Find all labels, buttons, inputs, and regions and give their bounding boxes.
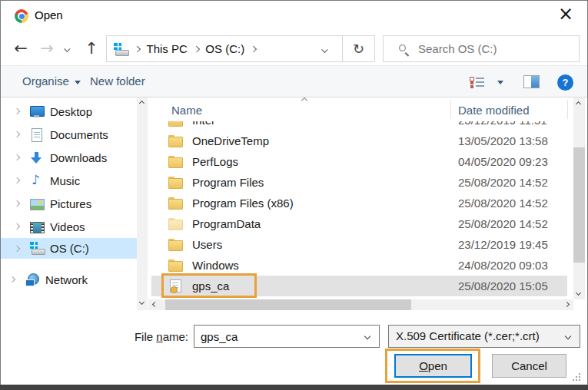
file-type-value: X.509 Certificate (*.cer;*.crt)	[396, 329, 540, 342]
sidebar-item-downloads[interactable]: Downloads	[1, 146, 137, 169]
sidebar-item-documents[interactable]: Documents	[1, 123, 137, 146]
up-button[interactable]: ↑	[81, 38, 102, 59]
tree-expand-chevron-icon[interactable]	[14, 131, 20, 137]
scroll-left-icon[interactable]	[152, 302, 158, 307]
file-type-dropdown-chevron-icon	[565, 333, 571, 339]
search-input[interactable]	[418, 37, 572, 61]
pictures-icon	[30, 197, 45, 210]
column-header-date-modified[interactable]: Date modified	[458, 104, 530, 117]
file-row-onedrivetemp[interactable]: OneDriveTemp 13/05/2020 13:58	[151, 131, 567, 151]
file-row-users[interactable]: Users 23/12/2019 19:45	[151, 234, 567, 255]
file-date-modified: 04/05/2020 09:23	[458, 155, 548, 168]
vertical-scrollbar[interactable]	[573, 98, 585, 299]
folder-icon	[168, 238, 183, 251]
folder-faded-icon	[168, 217, 183, 230]
organise-button[interactable]: Organise	[22, 66, 81, 97]
sidebar-item-label: Pictures	[50, 197, 91, 210]
annotation-box-gps-ca	[161, 273, 257, 298]
help-button[interactable]: ?	[557, 74, 573, 91]
scroll-down-icon[interactable]	[576, 290, 581, 296]
scroll-right-icon[interactable]	[564, 302, 570, 307]
scroll-up-icon[interactable]	[576, 101, 581, 107]
file-date-modified: 23/12/2019 19:45	[458, 238, 548, 251]
navigation-pane: Desktop Documents Downloads Music Pictur…	[1, 100, 137, 291]
file-row-programdata[interactable]: ProgramData 25/08/2020 14:52	[151, 213, 567, 234]
vertical-scrollbar-thumb[interactable]	[573, 147, 585, 263]
file-name: Users	[192, 238, 222, 251]
file-name-input[interactable]	[195, 326, 360, 346]
file-row-program-files-x86[interactable]: Program Files (x86) 25/08/2020 14:52	[151, 193, 567, 213]
open-file-dialog: Open × ← → ↑ This PC OS (C:) ↻ Organise …	[0, 0, 588, 390]
sidebar-item-desktop[interactable]: Desktop	[1, 100, 137, 123]
downloads-icon	[30, 151, 45, 164]
folder-icon	[168, 134, 183, 147]
close-button[interactable]: ×	[552, 2, 580, 27]
sidebar-scrollbar[interactable]	[137, 98, 148, 310]
sidebar-item-videos[interactable]: Videos	[1, 215, 137, 238]
scroll-down-icon[interactable]	[139, 299, 145, 305]
sidebar-item-label: Network	[45, 273, 88, 286]
drive-icon	[30, 242, 45, 255]
tree-expand-chevron-icon[interactable]	[9, 276, 15, 283]
network-icon	[25, 273, 40, 286]
navigation-bar: ← → ↑ This PC OS (C:) ↻	[1, 31, 587, 65]
view-options-chevron-icon[interactable]	[497, 81, 503, 84]
recent-locations-chevron-icon[interactable]	[65, 46, 71, 52]
file-row-perflogs[interactable]: PerfLogs 04/05/2020 09:23	[151, 151, 567, 172]
sidebar-item-network[interactable]: Network	[1, 268, 137, 291]
file-row-windows[interactable]: Windows 24/08/2020 09:03	[151, 255, 567, 276]
horizontal-scrollbar[interactable]	[148, 299, 573, 310]
file-date-modified: 25/08/2020 14:52	[458, 217, 548, 230]
tree-expand-chevron-icon[interactable]	[14, 177, 20, 183]
command-toolbar: Organise New folder ?	[1, 65, 587, 98]
breadcrumb-item-this-pc[interactable]: This PC	[147, 42, 188, 55]
file-name-combobox	[194, 325, 380, 348]
cancel-button[interactable]: Cancel	[492, 354, 566, 378]
refresh-button[interactable]: ↻	[342, 36, 374, 61]
folder-icon	[168, 259, 183, 272]
back-button[interactable]: ←	[10, 38, 32, 59]
details-view-icon[interactable]	[470, 76, 485, 88]
address-dropdown-chevron-icon[interactable]	[321, 47, 327, 53]
column-header-name[interactable]: Name	[171, 104, 202, 117]
resize-grip[interactable]	[573, 373, 582, 382]
horizontal-scrollbar-thumb[interactable]	[165, 299, 411, 310]
file-date-modified: 25/08/2020 14:52	[458, 176, 548, 189]
breadcrumb-separator-icon[interactable]	[135, 46, 141, 52]
forward-button[interactable]: →	[36, 38, 58, 59]
new-folder-button[interactable]: New folder	[90, 66, 145, 97]
column-separator[interactable]	[450, 100, 451, 119]
titlebar: Open ×	[1, 1, 587, 31]
folder-icon	[168, 197, 183, 210]
scroll-up-icon[interactable]	[139, 101, 145, 106]
file-row-intel[interactable]: Intel 23/12/2019 11:51	[151, 121, 567, 131]
tree-expand-chevron-icon[interactable]	[14, 108, 20, 114]
file-name: Program Files	[192, 176, 264, 189]
breadcrumb-separator-icon[interactable]	[194, 46, 200, 52]
file-name-dropdown-chevron-icon[interactable]	[364, 333, 370, 339]
file-type-dropdown[interactable]: X.509 Certificate (*.cer;*.crt)	[388, 325, 580, 348]
sidebar-item-pictures[interactable]: Pictures	[1, 192, 137, 215]
preview-pane-icon[interactable]	[523, 75, 540, 88]
tree-expand-chevron-icon[interactable]	[14, 223, 20, 230]
search-box	[383, 35, 580, 62]
breadcrumb-item-os-c[interactable]: OS (C:)	[205, 42, 244, 55]
file-name: PerfLogs	[192, 155, 238, 168]
file-name: Windows	[192, 259, 239, 272]
tree-expand-chevron-icon[interactable]	[14, 154, 20, 160]
documents-icon	[30, 128, 45, 141]
drive-icon	[114, 43, 128, 55]
sidebar-item-label: Downloads	[50, 151, 107, 164]
breadcrumb-separator-icon[interactable]	[251, 46, 257, 52]
file-date-modified: 13/05/2020 13:58	[458, 134, 548, 147]
file-name: Program Files (x86)	[192, 197, 294, 210]
tree-expand-chevron-icon[interactable]	[14, 200, 20, 207]
tree-expand-chevron-icon[interactable]	[14, 245, 20, 251]
sidebar-item-label: Music	[50, 174, 80, 187]
file-row-program-files[interactable]: Program Files 25/08/2020 14:52	[151, 172, 567, 193]
column-separator[interactable]	[567, 100, 568, 119]
file-date-modified: 24/08/2020 09:03	[458, 259, 548, 272]
sidebar-item-os-c[interactable]: OS (C:)	[1, 238, 137, 259]
file-name: OneDriveTemp	[192, 134, 269, 147]
sidebar-item-music[interactable]: Music	[1, 169, 137, 192]
